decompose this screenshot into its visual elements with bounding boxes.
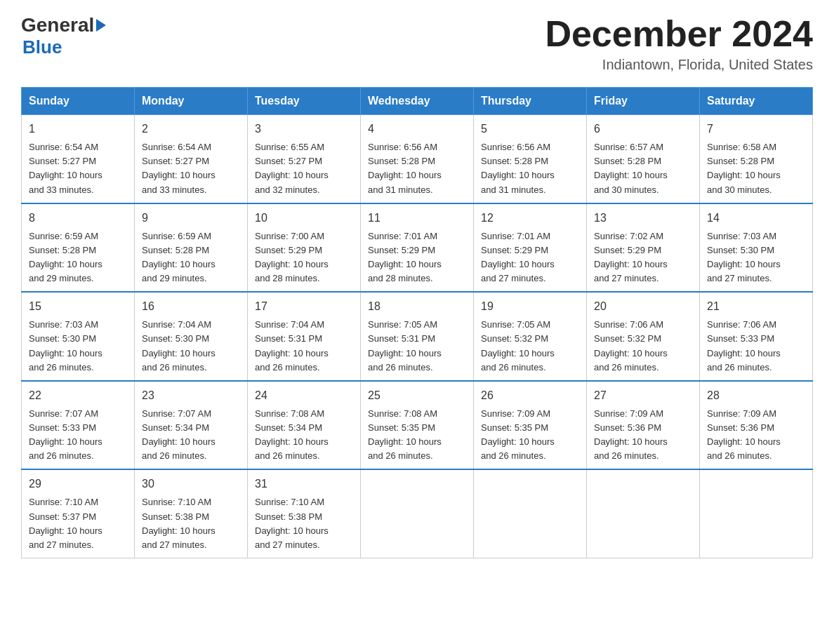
day-number: 6 bbox=[594, 121, 692, 137]
table-row: 3 Sunrise: 6:55 AMSunset: 5:27 PMDayligh… bbox=[248, 115, 361, 203]
day-number: 24 bbox=[255, 387, 353, 404]
calendar-week-row: 8 Sunrise: 6:59 AMSunset: 5:28 PMDayligh… bbox=[22, 203, 813, 293]
table-row: 10 Sunrise: 7:00 AMSunset: 5:29 PMDaylig… bbox=[248, 203, 361, 293]
day-number: 11 bbox=[368, 210, 466, 227]
table-row: 13 Sunrise: 7:02 AMSunset: 5:29 PMDaylig… bbox=[587, 203, 700, 293]
day-number: 27 bbox=[594, 387, 692, 404]
day-info: Sunrise: 7:02 AMSunset: 5:29 PMDaylight:… bbox=[594, 231, 668, 283]
header-friday: Friday bbox=[587, 88, 700, 115]
day-info: Sunrise: 6:58 AMSunset: 5:28 PMDaylight:… bbox=[707, 142, 781, 194]
day-number: 28 bbox=[707, 387, 805, 404]
calendar-table: Sunday Monday Tuesday Wednesday Thursday… bbox=[21, 87, 813, 558]
table-row: 17 Sunrise: 7:04 AMSunset: 5:31 PMDaylig… bbox=[248, 292, 361, 381]
logo: General Blue bbox=[21, 14, 106, 58]
calendar-week-row: 1 Sunrise: 6:54 AMSunset: 5:27 PMDayligh… bbox=[22, 115, 813, 203]
table-row: 14 Sunrise: 7:03 AMSunset: 5:30 PMDaylig… bbox=[700, 203, 813, 293]
day-number: 10 bbox=[255, 210, 353, 227]
day-number: 2 bbox=[142, 121, 240, 137]
table-row: 31 Sunrise: 7:10 AMSunset: 5:38 PMDaylig… bbox=[248, 469, 361, 558]
day-number: 7 bbox=[707, 121, 805, 137]
logo-general-text: General bbox=[21, 14, 94, 36]
table-row: 23 Sunrise: 7:07 AMSunset: 5:34 PMDaylig… bbox=[135, 381, 248, 470]
day-number: 12 bbox=[481, 210, 579, 227]
table-row: 29 Sunrise: 7:10 AMSunset: 5:37 PMDaylig… bbox=[22, 469, 135, 558]
day-info: Sunrise: 7:09 AMSunset: 5:36 PMDaylight:… bbox=[707, 408, 781, 461]
header-tuesday: Tuesday bbox=[248, 88, 361, 115]
table-row: 21 Sunrise: 7:06 AMSunset: 5:33 PMDaylig… bbox=[700, 292, 813, 381]
table-row bbox=[361, 469, 474, 558]
logo-blue-text: Blue bbox=[22, 36, 106, 58]
day-info: Sunrise: 7:09 AMSunset: 5:36 PMDaylight:… bbox=[594, 408, 668, 461]
header-thursday: Thursday bbox=[474, 88, 587, 115]
table-row: 11 Sunrise: 7:01 AMSunset: 5:29 PMDaylig… bbox=[361, 203, 474, 293]
table-row: 6 Sunrise: 6:57 AMSunset: 5:28 PMDayligh… bbox=[587, 115, 700, 203]
month-title: December 2024 bbox=[545, 14, 813, 54]
location-text: Indiantown, Florida, United States bbox=[545, 57, 813, 73]
table-row: 15 Sunrise: 7:03 AMSunset: 5:30 PMDaylig… bbox=[22, 292, 135, 381]
day-info: Sunrise: 7:07 AMSunset: 5:34 PMDaylight:… bbox=[142, 408, 216, 461]
page-header: General Blue December 2024 Indiantown, F… bbox=[21, 14, 813, 73]
day-number: 30 bbox=[142, 476, 240, 492]
day-info: Sunrise: 7:09 AMSunset: 5:35 PMDaylight:… bbox=[481, 408, 555, 461]
day-number: 16 bbox=[142, 298, 240, 315]
day-info: Sunrise: 7:05 AMSunset: 5:32 PMDaylight:… bbox=[481, 319, 555, 372]
day-number: 5 bbox=[481, 121, 579, 137]
day-info: Sunrise: 6:57 AMSunset: 5:28 PMDaylight:… bbox=[594, 142, 668, 194]
day-info: Sunrise: 6:56 AMSunset: 5:28 PMDaylight:… bbox=[481, 142, 555, 194]
table-row bbox=[587, 469, 700, 558]
day-number: 23 bbox=[142, 387, 240, 404]
day-number: 26 bbox=[481, 387, 579, 404]
table-row bbox=[474, 469, 587, 558]
table-row bbox=[700, 469, 813, 558]
day-number: 25 bbox=[368, 387, 466, 404]
day-info: Sunrise: 7:06 AMSunset: 5:33 PMDaylight:… bbox=[707, 319, 781, 372]
day-info: Sunrise: 7:10 AMSunset: 5:38 PMDaylight:… bbox=[142, 497, 216, 549]
table-row: 28 Sunrise: 7:09 AMSunset: 5:36 PMDaylig… bbox=[700, 381, 813, 470]
header-sunday: Sunday bbox=[22, 88, 135, 115]
day-info: Sunrise: 7:03 AMSunset: 5:30 PMDaylight:… bbox=[29, 319, 102, 372]
table-row: 24 Sunrise: 7:08 AMSunset: 5:34 PMDaylig… bbox=[248, 381, 361, 470]
day-number: 18 bbox=[368, 298, 466, 315]
table-row: 9 Sunrise: 6:59 AMSunset: 5:28 PMDayligh… bbox=[135, 203, 248, 293]
table-row: 26 Sunrise: 7:09 AMSunset: 5:35 PMDaylig… bbox=[474, 381, 587, 470]
day-info: Sunrise: 7:04 AMSunset: 5:30 PMDaylight:… bbox=[142, 319, 216, 372]
table-row: 4 Sunrise: 6:56 AMSunset: 5:28 PMDayligh… bbox=[361, 115, 474, 203]
table-row: 19 Sunrise: 7:05 AMSunset: 5:32 PMDaylig… bbox=[474, 292, 587, 381]
table-row: 5 Sunrise: 6:56 AMSunset: 5:28 PMDayligh… bbox=[474, 115, 587, 203]
table-row: 25 Sunrise: 7:08 AMSunset: 5:35 PMDaylig… bbox=[361, 381, 474, 470]
day-info: Sunrise: 7:00 AMSunset: 5:29 PMDaylight:… bbox=[255, 231, 329, 283]
day-info: Sunrise: 7:08 AMSunset: 5:35 PMDaylight:… bbox=[368, 408, 442, 461]
header-monday: Monday bbox=[135, 88, 248, 115]
logo-triangle-icon bbox=[96, 19, 106, 32]
table-row: 22 Sunrise: 7:07 AMSunset: 5:33 PMDaylig… bbox=[22, 381, 135, 470]
day-number: 1 bbox=[29, 121, 127, 137]
day-number: 22 bbox=[29, 387, 127, 404]
table-row: 12 Sunrise: 7:01 AMSunset: 5:29 PMDaylig… bbox=[474, 203, 587, 293]
day-number: 9 bbox=[142, 210, 240, 227]
day-number: 4 bbox=[368, 121, 466, 137]
day-number: 31 bbox=[255, 476, 353, 492]
table-row: 2 Sunrise: 6:54 AMSunset: 5:27 PMDayligh… bbox=[135, 115, 248, 203]
table-row: 7 Sunrise: 6:58 AMSunset: 5:28 PMDayligh… bbox=[700, 115, 813, 203]
table-row: 30 Sunrise: 7:10 AMSunset: 5:38 PMDaylig… bbox=[135, 469, 248, 558]
day-info: Sunrise: 6:54 AMSunset: 5:27 PMDaylight:… bbox=[29, 142, 102, 194]
table-row: 20 Sunrise: 7:06 AMSunset: 5:32 PMDaylig… bbox=[587, 292, 700, 381]
calendar-week-row: 22 Sunrise: 7:07 AMSunset: 5:33 PMDaylig… bbox=[22, 381, 813, 470]
day-info: Sunrise: 6:55 AMSunset: 5:27 PMDaylight:… bbox=[255, 142, 329, 194]
header-saturday: Saturday bbox=[700, 88, 813, 115]
table-row: 16 Sunrise: 7:04 AMSunset: 5:30 PMDaylig… bbox=[135, 292, 248, 381]
day-number: 14 bbox=[707, 210, 805, 227]
day-info: Sunrise: 6:59 AMSunset: 5:28 PMDaylight:… bbox=[142, 231, 216, 283]
day-number: 21 bbox=[707, 298, 805, 315]
calendar-week-row: 29 Sunrise: 7:10 AMSunset: 5:37 PMDaylig… bbox=[22, 469, 813, 558]
day-info: Sunrise: 7:10 AMSunset: 5:38 PMDaylight:… bbox=[255, 497, 329, 549]
day-number: 29 bbox=[29, 476, 127, 492]
day-info: Sunrise: 6:56 AMSunset: 5:28 PMDaylight:… bbox=[368, 142, 442, 194]
day-info: Sunrise: 6:59 AMSunset: 5:28 PMDaylight:… bbox=[29, 231, 102, 283]
table-row: 27 Sunrise: 7:09 AMSunset: 5:36 PMDaylig… bbox=[587, 381, 700, 470]
day-info: Sunrise: 7:01 AMSunset: 5:29 PMDaylight:… bbox=[481, 231, 555, 283]
calendar-header-row: Sunday Monday Tuesday Wednesday Thursday… bbox=[22, 88, 813, 115]
day-number: 17 bbox=[255, 298, 353, 315]
day-number: 15 bbox=[29, 298, 127, 315]
title-section: December 2024 Indiantown, Florida, Unite… bbox=[545, 14, 813, 73]
